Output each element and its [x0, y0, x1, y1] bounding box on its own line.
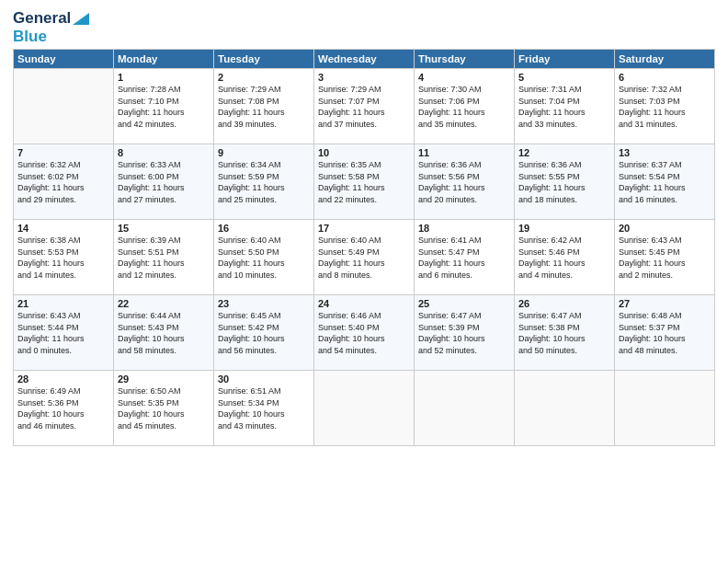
week-row-3: 14Sunrise: 6:38 AMSunset: 5:53 PMDayligh… — [14, 220, 715, 295]
calendar-cell: 24Sunrise: 6:46 AMSunset: 5:40 PMDayligh… — [314, 295, 415, 371]
calendar-cell: 13Sunrise: 6:37 AMSunset: 5:54 PMDayligh… — [615, 144, 715, 220]
calendar-cell: 4Sunrise: 7:30 AMSunset: 7:06 PMDaylight… — [415, 69, 515, 144]
cell-line: Sunrise: 6:43 AM — [619, 235, 711, 247]
day-number: 5 — [518, 72, 610, 83]
cell-line: Sunrise: 6:42 AM — [518, 235, 610, 247]
day-number: 21 — [17, 298, 109, 309]
day-number: 9 — [218, 147, 310, 158]
cell-line: Sunrise: 7:28 AM — [118, 84, 210, 96]
cell-content: Sunrise: 7:29 AMSunset: 7:08 PMDaylight:… — [218, 84, 310, 130]
header-cell-monday: Monday — [114, 50, 214, 69]
logo-text: General Blue — [13, 9, 89, 45]
cell-content: Sunrise: 6:43 AMSunset: 5:44 PMDaylight:… — [17, 310, 109, 356]
calendar-cell: 17Sunrise: 6:40 AMSunset: 5:49 PMDayligh… — [314, 220, 415, 295]
week-row-5: 28Sunrise: 6:49 AMSunset: 5:36 PMDayligh… — [14, 371, 715, 446]
day-number: 3 — [318, 72, 410, 83]
cell-line: Sunset: 5:34 PM — [218, 397, 310, 409]
cell-content: Sunrise: 6:33 AMSunset: 6:00 PMDaylight:… — [118, 159, 210, 205]
cell-line: Sunset: 5:49 PM — [318, 247, 410, 259]
cell-line: Daylight: 10 hours — [318, 333, 410, 345]
cell-line: Sunrise: 6:45 AM — [218, 310, 310, 322]
calendar-cell: 16Sunrise: 6:40 AMSunset: 5:50 PMDayligh… — [214, 220, 314, 295]
calendar-cell: 14Sunrise: 6:38 AMSunset: 5:53 PMDayligh… — [14, 220, 114, 295]
cell-line: Daylight: 10 hours — [418, 333, 510, 345]
cell-line: Sunset: 5:55 PM — [518, 171, 610, 183]
day-number: 17 — [318, 223, 410, 234]
cell-line: Sunset: 6:02 PM — [17, 171, 109, 183]
calendar-cell: 20Sunrise: 6:43 AMSunset: 5:45 PMDayligh… — [615, 220, 715, 295]
cell-line: Sunset: 7:10 PM — [118, 96, 210, 108]
cell-line: Sunset: 5:58 PM — [318, 171, 410, 183]
cell-line: and 56 minutes. — [218, 345, 310, 357]
day-number: 22 — [118, 298, 210, 309]
cell-line: Sunset: 5:47 PM — [418, 247, 510, 259]
cell-content: Sunrise: 7:31 AMSunset: 7:04 PMDaylight:… — [518, 84, 610, 130]
week-row-2: 7Sunrise: 6:32 AMSunset: 6:02 PMDaylight… — [14, 144, 715, 220]
calendar-cell — [615, 371, 715, 446]
calendar-cell — [314, 371, 415, 446]
cell-line: Sunrise: 6:43 AM — [17, 310, 109, 322]
calendar-cell: 21Sunrise: 6:43 AMSunset: 5:44 PMDayligh… — [14, 295, 114, 371]
cell-line: Sunrise: 6:34 AM — [218, 159, 310, 171]
calendar-body: 1Sunrise: 7:28 AMSunset: 7:10 PMDaylight… — [14, 69, 715, 446]
header-row: SundayMondayTuesdayWednesdayThursdayFrid… — [14, 50, 715, 69]
cell-line: Daylight: 11 hours — [619, 258, 711, 270]
calendar-cell: 23Sunrise: 6:45 AMSunset: 5:42 PMDayligh… — [214, 295, 314, 371]
cell-line: Sunset: 5:56 PM — [418, 171, 510, 183]
cell-line: Daylight: 11 hours — [218, 182, 310, 194]
cell-content: Sunrise: 7:28 AMSunset: 7:10 PMDaylight:… — [118, 84, 210, 130]
cell-line: Sunset: 5:59 PM — [218, 171, 310, 183]
calendar-cell: 8Sunrise: 6:33 AMSunset: 6:00 PMDaylight… — [114, 144, 214, 220]
cell-line: Sunset: 5:43 PM — [118, 322, 210, 334]
calendar-cell: 9Sunrise: 6:34 AMSunset: 5:59 PMDaylight… — [214, 144, 314, 220]
cell-line: Sunset: 7:06 PM — [418, 96, 510, 108]
day-number: 20 — [619, 223, 711, 234]
cell-line: Sunrise: 6:36 AM — [418, 159, 510, 171]
header-cell-wednesday: Wednesday — [314, 50, 415, 69]
day-number: 7 — [17, 147, 109, 158]
cell-line: and 8 minutes. — [318, 270, 410, 282]
cell-line: and 18 minutes. — [518, 194, 610, 206]
cell-line: Sunrise: 6:49 AM — [17, 385, 109, 397]
header: General Blue — [13, 9, 715, 45]
cell-line: Sunset: 5:40 PM — [318, 322, 410, 334]
day-number: 23 — [218, 298, 310, 309]
calendar-cell: 1Sunrise: 7:28 AMSunset: 7:10 PMDaylight… — [114, 69, 214, 144]
header-cell-tuesday: Tuesday — [214, 50, 314, 69]
day-number: 10 — [318, 147, 410, 158]
calendar-cell — [515, 371, 615, 446]
cell-line: Sunset: 5:51 PM — [118, 247, 210, 259]
cell-line: Sunset: 7:07 PM — [318, 96, 410, 108]
cell-line: and 29 minutes. — [17, 194, 109, 206]
cell-line: Daylight: 10 hours — [619, 333, 711, 345]
cell-line: Sunrise: 7:32 AM — [619, 84, 711, 96]
logo-area: General Blue — [13, 9, 89, 45]
day-number: 8 — [118, 147, 210, 158]
cell-content: Sunrise: 6:38 AMSunset: 5:53 PMDaylight:… — [17, 235, 109, 281]
cell-content: Sunrise: 6:48 AMSunset: 5:37 PMDaylight:… — [619, 310, 711, 356]
cell-content: Sunrise: 6:42 AMSunset: 5:46 PMDaylight:… — [518, 235, 610, 281]
cell-line: Daylight: 11 hours — [418, 258, 510, 270]
header-cell-sunday: Sunday — [14, 50, 114, 69]
calendar-table: SundayMondayTuesdayWednesdayThursdayFrid… — [13, 49, 715, 446]
day-number: 14 — [17, 223, 109, 234]
cell-line: Sunset: 5:35 PM — [118, 397, 210, 409]
cell-line: Sunset: 7:04 PM — [518, 96, 610, 108]
cell-line: Daylight: 11 hours — [17, 333, 109, 345]
cell-line: Sunrise: 6:48 AM — [619, 310, 711, 322]
cell-line: Daylight: 10 hours — [118, 408, 210, 420]
cell-line: and 50 minutes. — [518, 345, 610, 357]
cell-content: Sunrise: 6:45 AMSunset: 5:42 PMDaylight:… — [218, 310, 310, 356]
week-row-4: 21Sunrise: 6:43 AMSunset: 5:44 PMDayligh… — [14, 295, 715, 371]
calendar-cell: 22Sunrise: 6:44 AMSunset: 5:43 PMDayligh… — [114, 295, 214, 371]
calendar-header: SundayMondayTuesdayWednesdayThursdayFrid… — [14, 50, 715, 69]
cell-content: Sunrise: 6:36 AMSunset: 5:56 PMDaylight:… — [418, 159, 510, 205]
cell-line: and 14 minutes. — [17, 270, 109, 282]
calendar-cell: 19Sunrise: 6:42 AMSunset: 5:46 PMDayligh… — [515, 220, 615, 295]
cell-content: Sunrise: 6:37 AMSunset: 5:54 PMDaylight:… — [619, 159, 711, 205]
calendar-cell: 15Sunrise: 6:39 AMSunset: 5:51 PMDayligh… — [114, 220, 214, 295]
cell-line: Sunrise: 6:51 AM — [218, 385, 310, 397]
cell-line: Daylight: 11 hours — [418, 182, 510, 194]
calendar-cell: 10Sunrise: 6:35 AMSunset: 5:58 PMDayligh… — [314, 144, 415, 220]
cell-line: Sunrise: 6:37 AM — [619, 159, 711, 171]
